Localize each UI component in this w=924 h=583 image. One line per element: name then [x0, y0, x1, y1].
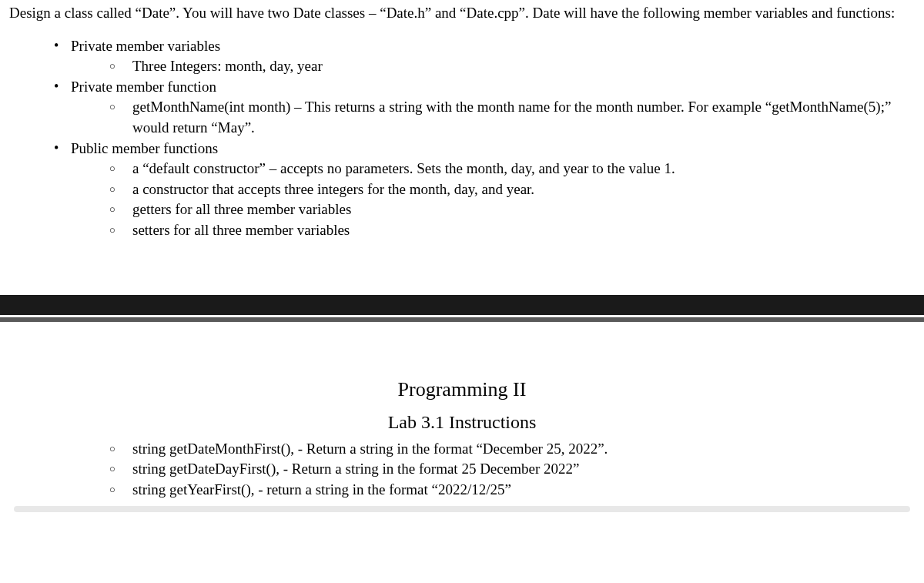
bullet-item: Public member functions a “default const… [9, 139, 915, 241]
sub-item: a “default constructor” – accepts no par… [71, 159, 915, 179]
sub-item: a constructor that accepts three integer… [71, 179, 915, 200]
main-list: Private member variables Three Integers:… [0, 30, 924, 241]
bullet-item: Private member function getMonthName(int… [9, 77, 915, 139]
bullet-text: Private member variables [71, 38, 220, 54]
bottom-sub-list: string getDateMonthFirst(), - Return a s… [0, 436, 924, 501]
bullet-item: Private member variables Three Integers:… [9, 36, 915, 77]
sub-item: Three Integers: month, day, year [71, 56, 915, 77]
page-divider-dark [0, 295, 924, 315]
sub-list: a “default constructor” – accepts no par… [71, 159, 915, 240]
sub-item: string getDateMonthFirst(), - Return a s… [71, 439, 915, 460]
page-divider-gray [0, 317, 924, 322]
sub-item: string getYearFirst(), - return a string… [71, 480, 915, 501]
sub-item: getMonthName(int month) – This returns a… [71, 97, 915, 138]
sub-list: Three Integers: month, day, year [71, 56, 915, 77]
bullet-text: Private member function [71, 79, 216, 95]
page-header: Programming II Lab 3.1 Instructions [0, 376, 924, 436]
course-title: Programming II [0, 376, 924, 404]
sub-list: getMonthName(int month) – This returns a… [71, 97, 915, 138]
sub-item: setters for all three member variables [71, 220, 915, 241]
bullet-text: Public member functions [71, 140, 218, 156]
lab-title: Lab 3.1 Instructions [0, 410, 924, 436]
intro-paragraph: Design a class called “Date”. You will h… [0, 0, 924, 30]
sub-item: getters for all three member variables [71, 199, 915, 220]
horizontal-scrollbar[interactable] [14, 506, 910, 512]
sub-item: string getDateDayFirst(), - Return a str… [71, 459, 915, 480]
